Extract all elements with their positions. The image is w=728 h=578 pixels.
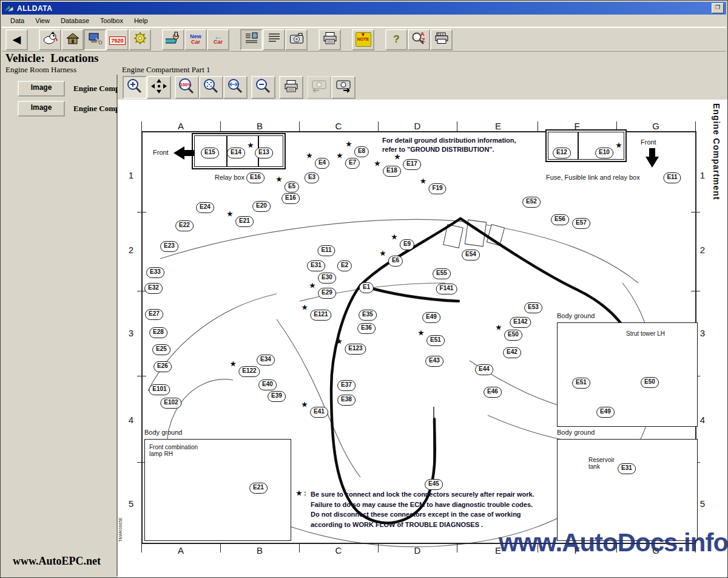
- menu-item-view[interactable]: View: [30, 16, 55, 25]
- connector-label: E23: [160, 241, 178, 252]
- zoom-out-button[interactable]: [251, 76, 275, 99]
- connector-label: E15: [201, 148, 219, 158]
- grid-tick: [691, 212, 700, 212]
- inset-caption: Strut tower LH: [626, 330, 665, 337]
- star-icon: ★: [616, 142, 622, 148]
- grid-tick: [457, 543, 457, 552]
- connector-label: E11: [317, 245, 335, 256]
- diagram-image: For detail ground distribution informati…: [118, 100, 727, 577]
- connector-label: E46: [484, 387, 502, 398]
- diagnostics-button[interactable]: [84, 29, 106, 50]
- connector-label: E44: [475, 364, 493, 375]
- wash-button[interactable]: [162, 29, 184, 50]
- grid-tick: [141, 543, 142, 552]
- connector-label: E14★: [227, 148, 245, 158]
- help-button[interactable]: ?: [385, 29, 408, 50]
- star-icon: ★: [302, 304, 308, 310]
- grid-tick: [220, 121, 221, 131]
- star-icon: ★: [248, 142, 254, 148]
- star-icon: ★: [380, 250, 386, 256]
- text-view-button[interactable]: [263, 29, 285, 50]
- front-arrow-left-icon: [174, 146, 184, 160]
- grid-tick: [691, 291, 700, 291]
- grid-col-label: B: [257, 545, 263, 556]
- front-arrow-left-icon: [184, 150, 194, 156]
- grid-row-label: 2: [129, 245, 133, 255]
- star-icon: ★: [302, 401, 308, 407]
- maximize-button[interactable]: ❐: [712, 3, 724, 13]
- print-button[interactable]: [318, 29, 341, 50]
- image-view-button[interactable]: [285, 29, 308, 50]
- section-vertical-label: Engine Compartment: [712, 103, 721, 200]
- connector-label: E34: [257, 355, 275, 365]
- back-button[interactable]: ◀: [5, 29, 28, 50]
- connector-label: E3: [305, 172, 319, 183]
- star-icon: ★: [309, 282, 315, 288]
- az-index-button[interactable]: AZ: [408, 29, 430, 50]
- zoom-100-icon: 100%: [178, 78, 196, 97]
- connector-label: E39: [268, 391, 286, 402]
- zoom-fit-icon: [203, 78, 220, 97]
- inset-title: Body ground: [557, 312, 595, 319]
- star-icon: ★: [336, 338, 342, 344]
- front-label-left: Front: [153, 149, 169, 156]
- maintenance-button[interactable]: [129, 29, 151, 50]
- pan-button[interactable]: [147, 76, 171, 99]
- menu-item-toolbox[interactable]: Toolbox: [95, 16, 128, 25]
- inset-box-2: [557, 439, 698, 541]
- grid-tick: [378, 121, 379, 131]
- new-car-button[interactable]: NewCar: [184, 29, 207, 50]
- app-window: ALLDATA ❐ DataViewDatabaseToolboxHelp ◀7…: [0, 0, 728, 578]
- zoom-fit-button[interactable]: [199, 76, 223, 99]
- next-image-button[interactable]: [331, 76, 356, 99]
- star-icon: ★: [346, 141, 352, 147]
- connector-label: E50★: [504, 330, 522, 341]
- text-image-view-button[interactable]: [240, 29, 263, 50]
- zoom-width-button[interactable]: [223, 76, 248, 99]
- previous-car-button[interactable]: ←Car: [207, 29, 229, 50]
- connector-label: E11: [663, 172, 681, 183]
- connector-label: E2: [337, 260, 352, 271]
- home-icon: [66, 32, 80, 47]
- subtitle-left: Engine Room Harness: [5, 65, 76, 75]
- connector-label: E16: [246, 172, 265, 183]
- sidebar-item: ImageEngine Compart: [18, 81, 130, 97]
- star-icon: ★: [337, 152, 343, 158]
- menu-item-help[interactable]: Help: [129, 16, 153, 25]
- star-icon: ★: [374, 160, 380, 166]
- connector-label: E20: [252, 201, 271, 212]
- image-button[interactable]: Image: [18, 101, 65, 117]
- labor-times-button[interactable]: 7520: [106, 29, 129, 50]
- pan-icon: [150, 78, 167, 97]
- grid-row-label: 4: [129, 415, 133, 425]
- new-car-icon: NewCar: [190, 34, 201, 45]
- fax-button[interactable]: FAX: [430, 29, 453, 50]
- zoom-100-button[interactable]: 100%: [175, 76, 199, 99]
- connector-label: E31: [307, 260, 325, 271]
- connector-label: E9★: [400, 239, 414, 250]
- relay-box-label: Relay box: [215, 174, 244, 181]
- grid-tick: [538, 121, 538, 131]
- ground-distribution-note: For detail ground distribution informati…: [382, 136, 516, 154]
- image-button[interactable]: Image: [18, 81, 65, 97]
- camera-icon: [289, 32, 304, 47]
- connector-label: E52: [522, 197, 541, 208]
- connector-label: E31: [618, 463, 636, 474]
- connector-label: E17★: [403, 159, 421, 170]
- figure-code: TNWK0665E: [118, 517, 123, 542]
- connector-label: E122★: [238, 366, 260, 377]
- home-button[interactable]: [61, 29, 84, 50]
- menu-item-database[interactable]: Database: [56, 16, 94, 25]
- doc-image-icon: [244, 32, 259, 47]
- front-arrow-down-icon: [649, 148, 655, 157]
- connector-label: E56: [551, 214, 569, 225]
- watermark: www.AutoDocs.info: [499, 528, 727, 557]
- hand-keyboard-icon: [166, 32, 181, 47]
- zoom-in-button[interactable]: [123, 76, 147, 99]
- menu-item-data[interactable]: Data: [5, 16, 29, 25]
- autozoom-button[interactable]: [39, 29, 61, 50]
- note-button[interactable]: ▼NOTE: [352, 29, 374, 50]
- connector-label: E37: [337, 380, 356, 391]
- print-image-button[interactable]: [279, 76, 303, 99]
- connector-label: E18★: [383, 166, 401, 177]
